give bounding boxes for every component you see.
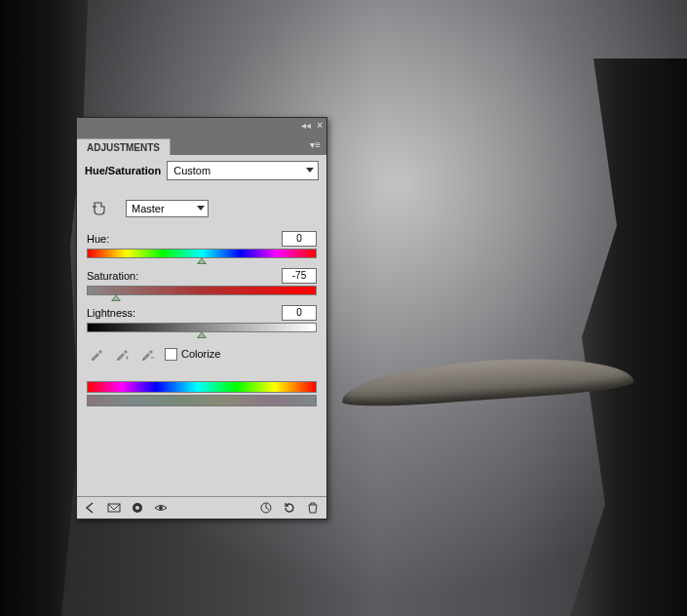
targeted-adjust-row: Master <box>91 200 317 217</box>
panel-spacer <box>87 412 317 488</box>
hue-track[interactable] <box>87 249 317 258</box>
saturation-slider-block: Saturation: -75 <box>87 268 317 295</box>
hue-slider-block: Hue: 0 <box>87 231 317 258</box>
clip-to-layer-icon[interactable] <box>130 500 145 516</box>
toggle-visibility-icon[interactable] <box>153 500 169 516</box>
hue-thumb-inner <box>199 258 205 263</box>
svg-point-3 <box>159 506 163 510</box>
lightness-thumb-inner <box>199 332 205 337</box>
expand-view-icon[interactable] <box>106 500 122 516</box>
lightness-input[interactable]: 0 <box>282 305 317 321</box>
eyedropper-subtract-icon[interactable] <box>139 346 155 362</box>
hue-input[interactable]: 0 <box>282 231 317 247</box>
saturation-input[interactable]: -75 <box>282 268 317 284</box>
reset-icon[interactable] <box>282 500 297 516</box>
eyedropper-add-icon[interactable] <box>114 346 130 362</box>
lightness-slider-block: Lightness: 0 <box>87 305 317 332</box>
hue-range-strips <box>87 381 317 406</box>
colorize-label: Colorize <box>181 348 220 360</box>
hue-label: Hue: <box>87 233 109 245</box>
tab-adjustments[interactable]: ADJUSTMENTS <box>77 138 171 155</box>
eyedropper-row: Colorize <box>89 346 317 362</box>
eyedropper-icon[interactable] <box>89 346 104 362</box>
adjustments-panel: ◂◂ × ADJUSTMENTS ▾≡ Hue/Saturation Custo… <box>76 117 327 520</box>
adjustment-type-label: Hue/Saturation <box>85 165 161 176</box>
trash-icon[interactable] <box>305 500 321 516</box>
panel-titlebar[interactable]: ◂◂ × <box>77 118 326 134</box>
colorize-checkbox[interactable] <box>165 348 177 361</box>
panel-footer <box>77 496 326 519</box>
previous-state-icon[interactable] <box>258 500 274 516</box>
hue-strip-result <box>87 395 317 406</box>
channel-dropdown[interactable]: Master <box>126 200 209 217</box>
close-icon[interactable]: × <box>317 121 323 131</box>
preset-dropdown[interactable]: Custom <box>167 161 319 180</box>
hue-strip-source <box>87 381 317 393</box>
saturation-track[interactable] <box>87 286 317 295</box>
panel-menu-icon[interactable]: ▾≡ <box>310 139 321 150</box>
svg-point-2 <box>135 506 139 510</box>
saturation-label: Saturation: <box>87 270 138 282</box>
back-arrow-icon[interactable] <box>83 500 98 516</box>
lightness-label: Lightness: <box>87 307 135 319</box>
targeted-adjust-icon[interactable] <box>91 201 108 216</box>
saturation-thumb-inner <box>113 295 119 300</box>
panel-tabs: ADJUSTMENTS ▾≡ <box>77 134 326 155</box>
preset-row: Hue/Saturation Custom <box>77 155 326 184</box>
panel-body: Master Hue: 0 Saturation: -75 <box>77 184 326 496</box>
collapse-icon[interactable]: ◂◂ <box>301 121 311 131</box>
colorize-option[interactable]: Colorize <box>165 348 220 361</box>
lightness-track[interactable] <box>87 323 317 332</box>
